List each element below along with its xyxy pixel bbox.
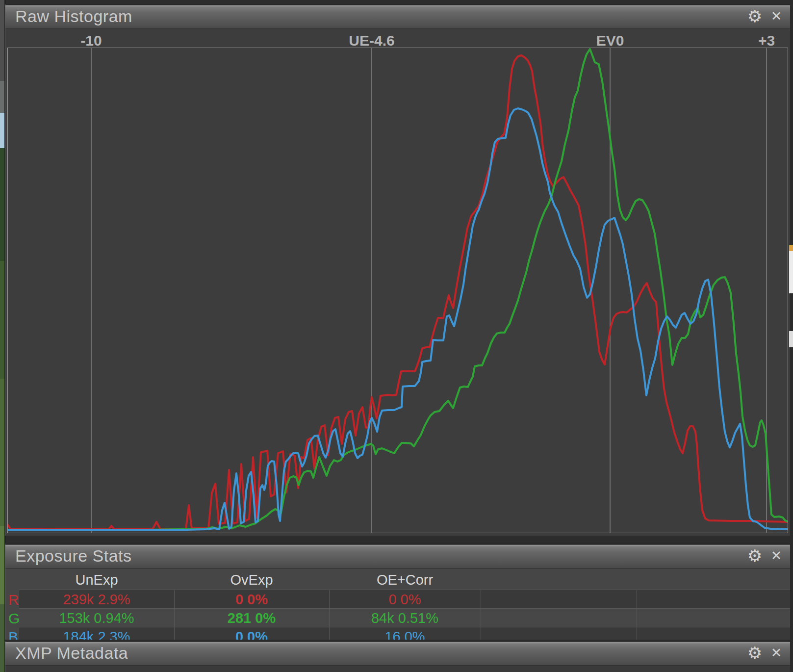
table-row-red: R 239k 2.9% 0 0% 0 0% [19,590,790,609]
cell-divider [481,627,481,640]
r-oecorr-value: 0 0% [329,592,481,608]
b-unexp-value: 184k 2.3% [19,629,174,640]
axis-tick-label: UE-4.6 [333,32,411,49]
photo-seg-grass [0,379,4,526]
g-ovexp-value: 281 0% [174,610,329,626]
cell-divider [481,609,481,627]
settings-gear-icon[interactable]: ⚙ [744,641,766,665]
panel-title: Exposure Stats [15,546,132,566]
green-channel-curve [8,49,787,530]
cell-divider [174,609,175,627]
background-photo-sliver [0,0,4,672]
close-icon[interactable]: ✕ [767,4,786,28]
cell-divider [637,627,637,640]
close-icon[interactable]: ✕ [767,641,786,665]
settings-gear-icon[interactable]: ⚙ [744,543,766,568]
xmp-metadata-titlebar[interactable]: XMP Metadata ⚙ ✕ [5,641,790,666]
raw-histogram-panel: Raw Histogram ⚙ ✕ -10UE-4.6EV0+3 [5,4,790,536]
histogram-plot [7,48,788,533]
cell-divider [329,609,330,627]
photo-seg-grass [0,604,4,672]
axis-tick-label: +3 [727,32,790,49]
raw-histogram-titlebar[interactable]: Raw Histogram ⚙ ✕ [5,4,790,29]
g-unexp-value: 153k 0.94% [19,610,174,626]
right-edge-marker [789,245,793,251]
cell-divider [637,590,637,609]
channel-label-b: B [8,629,19,640]
cell-divider [481,590,481,609]
photo-seg-sky [0,113,4,148]
photo-seg-trees [0,148,4,261]
cell-divider [174,590,175,609]
exposure-stats-panel: Exposure Stats ⚙ ✕ UnExp OvExp OE+Corr R… [5,543,790,640]
cell-divider [329,627,330,640]
photo-seg [0,81,4,113]
channel-label-g: G [8,610,19,627]
close-icon[interactable]: ✕ [767,543,786,568]
histogram-svg [8,48,788,533]
photo-seg [0,0,4,81]
table-row-blue: B 184k 2.3% 0 0% 16 0% [19,627,790,640]
r-unexp-value: 239k 2.9% [19,592,174,608]
cell-divider [637,609,637,627]
right-edge-scrollbar[interactable] [789,331,793,347]
b-oecorr-value: 16 0% [329,629,481,640]
channel-label-r: R [8,592,19,608]
g-oecorr-value: 84k 0.51% [329,610,481,626]
column-header-unexp: UnExp [19,572,174,588]
r-ovexp-value: 0 0% [174,592,329,608]
b-ovexp-value: 0 0% [174,629,329,640]
photo-seg-trees [0,261,4,379]
panel-title: XMP Metadata [15,644,128,663]
panel-title: Raw Histogram [15,7,132,26]
axis-tick-label: EV0 [571,32,649,49]
red-channel-curve [8,55,787,529]
photo-seg-grass [0,526,4,604]
xmp-metadata-panel: XMP Metadata ⚙ ✕ [5,641,790,672]
cell-divider [329,590,330,609]
table-row-green: G 153k 0.94% 281 0% 84k 0.51% [19,608,790,627]
axis-tick-label: -10 [52,32,130,49]
exposure-stats-titlebar[interactable]: Exposure Stats ⚙ ✕ [5,543,790,569]
cell-divider [174,627,175,640]
column-header-ovexp: OvExp [174,572,329,588]
column-header-oecorr: OE+Corr [329,572,481,588]
settings-gear-icon[interactable]: ⚙ [744,4,766,28]
blue-channel-curve [8,108,787,530]
screen: Raw Histogram ⚙ ✕ -10UE-4.6EV0+3 Exposur… [0,0,793,672]
right-edge-scrollbar[interactable] [789,251,793,293]
